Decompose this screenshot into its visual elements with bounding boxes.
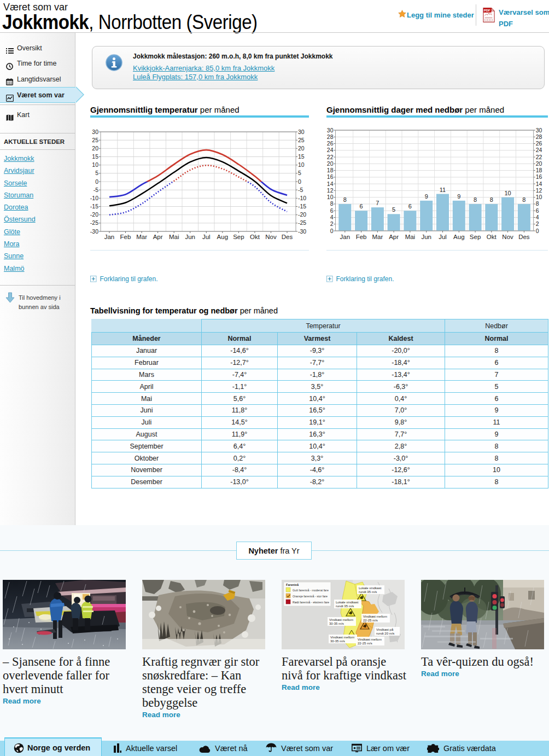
svg-text:22: 22 — [327, 154, 334, 160]
svg-text:Vindkast mellom: Vindkast mellom — [329, 618, 353, 621]
svg-text:30: 30 — [298, 129, 305, 135]
svg-text:24: 24 — [327, 147, 334, 153]
svg-text:18: 18 — [327, 167, 334, 173]
svg-text:15: 15 — [92, 153, 98, 160]
svg-text:Rødt farenivå - ekstrem fare: Rødt farenivå - ekstrem fare — [293, 601, 329, 604]
svg-text:-30: -30 — [90, 228, 98, 235]
svg-text:Des: Des — [518, 234, 530, 240]
svg-text:Sep: Sep — [470, 234, 481, 240]
svg-text:2: 2 — [330, 220, 334, 227]
svg-text:8: 8 — [343, 196, 347, 203]
svg-text:Des: Des — [282, 234, 293, 240]
svg-text:9: 9 — [457, 193, 460, 200]
svg-text:rundt 35 m/s: rundt 35 m/s — [359, 590, 377, 594]
svg-text:0: 0 — [95, 178, 98, 185]
svg-text:Nov: Nov — [265, 234, 277, 240]
svg-text:Lokale vindkast: Lokale vindkast — [336, 601, 359, 604]
svg-text:-25: -25 — [298, 219, 306, 226]
svg-text:15: 15 — [298, 153, 305, 160]
svg-text:Mar: Mar — [136, 234, 147, 240]
svg-text:Mar: Mar — [372, 234, 383, 240]
svg-text:0: 0 — [536, 228, 539, 234]
svg-text:Feb: Feb — [120, 234, 131, 240]
svg-text:25: 25 — [92, 137, 98, 143]
svg-text:24: 24 — [536, 147, 542, 153]
svg-text:Mai: Mai — [405, 234, 416, 240]
svg-text:Nov: Nov — [502, 234, 513, 240]
svg-text:8: 8 — [490, 196, 493, 203]
svg-text:Gult farenivå - moderat fare: Gult farenivå - moderat fare — [293, 589, 329, 592]
svg-text:-20: -20 — [298, 211, 306, 218]
svg-text:30: 30 — [536, 127, 542, 133]
svg-text:20: 20 — [327, 160, 334, 167]
svg-text:22-25 m/s: 22-25 m/s — [363, 619, 378, 622]
svg-text:6: 6 — [408, 203, 412, 210]
svg-text:Vindkast mellom: Vindkast mellom — [358, 638, 382, 641]
svg-text:0: 0 — [298, 178, 301, 185]
svg-text:-30: -30 — [298, 228, 306, 235]
svg-text:Lokale vindkast: Lokale vindkast — [359, 586, 382, 590]
svg-text:-10: -10 — [90, 195, 98, 201]
svg-text:11: 11 — [440, 187, 446, 193]
svg-text:Jan: Jan — [340, 234, 351, 240]
svg-text:10: 10 — [504, 190, 511, 196]
svg-text:20: 20 — [536, 160, 542, 167]
svg-text:5: 5 — [298, 170, 301, 176]
svg-text:-10: -10 — [298, 195, 306, 201]
svg-text:Jun: Jun — [421, 234, 431, 240]
svg-text:5: 5 — [95, 170, 98, 176]
svg-text:5: 5 — [392, 206, 395, 213]
svg-text:-15: -15 — [90, 203, 98, 210]
svg-text:Aug: Aug — [453, 234, 464, 240]
svg-text:12: 12 — [536, 187, 542, 194]
svg-text:Feb: Feb — [356, 234, 367, 240]
svg-text:26: 26 — [327, 140, 334, 147]
svg-text:14: 14 — [536, 181, 542, 187]
svg-text:-20: -20 — [90, 211, 98, 218]
svg-text:6: 6 — [330, 207, 334, 214]
svg-text:6: 6 — [536, 207, 539, 214]
svg-text:rundt 35 m/s: rundt 35 m/s — [336, 604, 354, 608]
svg-text:Apr: Apr — [389, 234, 399, 240]
svg-text:Jun: Jun — [185, 234, 195, 240]
svg-text:10: 10 — [298, 161, 305, 168]
svg-text:Okt: Okt — [250, 234, 260, 240]
svg-text:12: 12 — [327, 187, 334, 194]
svg-text:rundt 20 m/s: rundt 20 m/s — [376, 632, 394, 635]
svg-text:Vindkast mellom: Vindkast mellom — [330, 636, 354, 639]
svg-text:8: 8 — [522, 196, 525, 203]
svg-text:PDF: PDF — [484, 9, 490, 12]
svg-text:10: 10 — [536, 194, 542, 200]
svg-text:22: 22 — [536, 154, 542, 160]
svg-text:20: 20 — [92, 145, 98, 152]
svg-text:30-35 m/s: 30-35 m/s — [329, 622, 344, 625]
svg-text:4: 4 — [330, 214, 334, 220]
svg-text:30: 30 — [327, 127, 334, 133]
svg-text:4: 4 — [536, 214, 539, 220]
svg-text:14: 14 — [327, 181, 334, 187]
svg-text:Jan: Jan — [104, 234, 115, 240]
svg-text:6: 6 — [360, 203, 363, 210]
svg-text:30: 30 — [92, 129, 98, 135]
svg-text:10: 10 — [92, 161, 98, 168]
svg-text:Vindkast mellom: Vindkast mellom — [363, 615, 387, 618]
svg-text:Jul: Jul — [439, 234, 447, 240]
svg-text:20: 20 — [298, 145, 305, 152]
svg-text:30-35 m/s: 30-35 m/s — [330, 639, 345, 643]
svg-text:8: 8 — [536, 200, 539, 207]
svg-text:10: 10 — [327, 194, 334, 200]
svg-text:0: 0 — [330, 228, 334, 234]
svg-text:-5: -5 — [298, 187, 303, 193]
svg-text:Sep: Sep — [233, 234, 244, 240]
svg-text:7: 7 — [376, 200, 379, 206]
svg-text:-15: -15 — [298, 203, 306, 210]
svg-text:9: 9 — [425, 193, 428, 200]
svg-text:Mai: Mai — [169, 234, 179, 240]
svg-text:Jul: Jul — [202, 234, 211, 240]
svg-text:2: 2 — [536, 220, 539, 227]
svg-text:26: 26 — [536, 140, 542, 147]
svg-text:Aug: Aug — [217, 234, 228, 240]
svg-text:Oransje farenivå - stor fare: Oransje farenivå - stor fare — [293, 595, 328, 598]
svg-text:Farenivå: Farenivå — [286, 583, 299, 586]
svg-text:8: 8 — [474, 196, 477, 203]
